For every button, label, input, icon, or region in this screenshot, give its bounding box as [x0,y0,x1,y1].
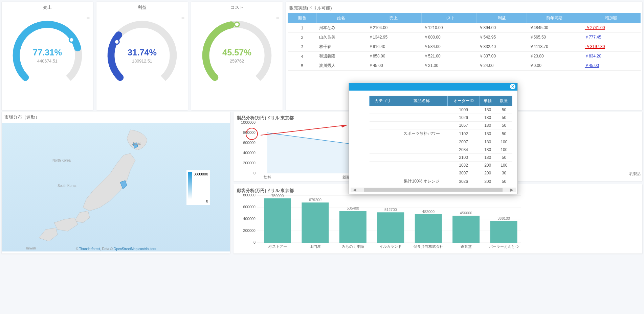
table-header[interactable]: 数量 [496,96,512,106]
table-cell: ￥4113.70 [527,42,582,52]
popup-scrollbar[interactable]: ◄ ► [351,188,516,192]
table-cell [396,138,447,146]
svg-text:パーラーえんとつ: パーラーえんとつ [489,244,519,248]
table-row[interactable]: 5渡川秀人￥45.00￥21.00￥24.00￥0.00￥45.00 [288,61,641,71]
menu-icon[interactable]: ≡ [87,15,90,21]
table-row[interactable]: 1河本なみ￥2104.00￥1210.00￥894.00￥4845.00-￥27… [288,23,641,33]
popup-header[interactable]: ✕ [349,83,517,91]
legend-max: 3800000 [194,172,208,176]
svg-text:0: 0 [253,240,256,244]
gauge-sales: 77.31%440674.51 [2,17,93,94]
table-cell: 林千春 [316,42,366,52]
svg-text:259762: 259762 [230,59,244,64]
table-row[interactable]: 2007180100 [370,138,512,146]
table-row[interactable]: 210018050 [370,154,512,162]
svg-rect-37 [302,202,329,243]
table-cell [370,129,396,138]
table-row[interactable]: スポーツ飲料パワー110218050 [370,129,512,138]
top-row: 売上 ≡ 77.31%440674.51 利益 ≡ 31.74%180912.5… [0,0,644,112]
table-header[interactable]: 順番 [288,13,317,23]
gauge-card-profit: 利益 ≡ 31.74%180912.51 [96,2,188,110]
svg-text:800000: 800000 [243,194,256,197]
menu-icon[interactable]: ≡ [181,15,184,21]
table-cell: 180 [480,106,496,114]
table-cell [396,154,447,162]
scroll-right-icon[interactable]: ► [508,187,516,193]
svg-text:800000: 800000 [243,130,256,135]
svg-text:みちのく本陣: みちのく本陣 [342,244,364,248]
table-cell: ￥834.20 [582,52,641,61]
table-cell: ￥45.00 [582,61,641,71]
table-row[interactable]: 2山久良美￥1342.95￥800.00￥542.95￥565.50￥777.4… [288,33,641,42]
table-row[interactable]: 4和辺義隆￥858.00￥521.00￥337.00￥23.80￥834.20 [288,52,641,61]
bottom-row: 市場分布（連動） ≡ Japan North Korea South Korea [0,112,644,255]
table-cell: -￥3197.30 [582,42,641,52]
map-label-japan: Japan [132,142,141,145]
scroll-left-icon[interactable]: ◄ [351,187,359,193]
svg-text:366100: 366100 [497,216,510,220]
svg-rect-49 [452,216,480,243]
table-cell: ￥916.40 [366,42,421,52]
table-cell: ￥1210.00 [421,23,476,33]
table-header[interactable]: 前年同期 [527,13,582,23]
table-header[interactable]: 増加額 [582,13,641,23]
table-cell: ￥4845.00 [527,23,582,33]
svg-point-2 [69,38,74,42]
legend-min: 0 [194,199,208,203]
table-cell [370,154,396,162]
table-cell: ￥0.00 [527,61,582,71]
svg-text:健食弁当株式会社: 健食弁当株式会社 [414,244,443,248]
table-cell: ￥24.00 [476,61,527,71]
gauge-title: コスト [191,2,283,13]
table-header[interactable]: 売上 [366,13,421,23]
map-title: 市場分布（連動） [2,112,230,123]
attrib-link[interactable]: Thunderforest [79,247,100,251]
table-row[interactable]: 2084180100 [370,146,512,154]
svg-text:679200: 679200 [309,198,321,202]
svg-text:イルカランド: イルカランド [379,244,402,248]
sales-title: 販売実績(ドリル可能) [288,3,641,13]
menu-icon[interactable]: ≡ [276,15,279,21]
map-body[interactable]: Japan North Korea South Korea Taiwan 380… [2,123,230,251]
table-header[interactable]: 姓名 [316,13,366,23]
table-cell: 100 [496,146,512,154]
table-cell: 180 [480,138,496,146]
map-card: 市場分布（連動） ≡ Japan North Korea South Korea [2,112,230,253]
table-header[interactable]: カテゴリ [370,96,396,106]
table-row[interactable]: 100918050 [370,106,512,114]
close-icon[interactable]: ✕ [510,84,515,89]
table-header[interactable]: オーダーID [447,96,480,106]
table-header[interactable]: 単価 [480,96,496,106]
table-cell [396,122,447,129]
table-cell: 30 [496,169,512,177]
table-cell [396,114,447,122]
map-legend: 3800000 0 [186,170,210,205]
table-cell: -￥2741.00 [582,23,641,33]
outside-axis-label: 乳製品 [626,171,644,177]
svg-text:31.74%: 31.74% [128,48,157,57]
svg-text:180912.51: 180912.51 [132,59,152,64]
table-cell: 180 [480,122,496,129]
table-cell [370,106,396,114]
scroll-thumb[interactable] [364,188,503,192]
attrib-link[interactable]: OpenStreetMap contributors [114,247,156,251]
table-row[interactable]: 105718050 [370,122,512,129]
map-label-taiwan: Taiwan [25,246,36,250]
table-cell: 100 [496,162,512,169]
table-cell: 50 [496,122,512,129]
table-row[interactable]: 300720030 [370,169,512,177]
table-cell: 3007 [447,169,480,177]
table-header[interactable]: 製品名称 [396,96,447,106]
table-cell: 180 [480,146,496,154]
table-cell: 1009 [447,106,480,114]
table-row[interactable]: 3林千春￥916.40￥584.00￥332.40￥4113.70-￥3197.… [288,42,641,52]
table-row[interactable]: 102618050 [370,114,512,122]
svg-text:45.57%: 45.57% [222,48,251,57]
table-cell: ￥337.00 [476,52,527,61]
table-header[interactable]: コスト [421,13,476,23]
table-row[interactable]: 1032200100 [370,162,512,169]
table-header[interactable]: 利益 [476,13,527,23]
svg-text:200000: 200000 [243,228,256,233]
table-row[interactable]: 果汁100% オレンジ302620050 [370,177,512,186]
table-cell: ￥584.00 [421,42,476,52]
